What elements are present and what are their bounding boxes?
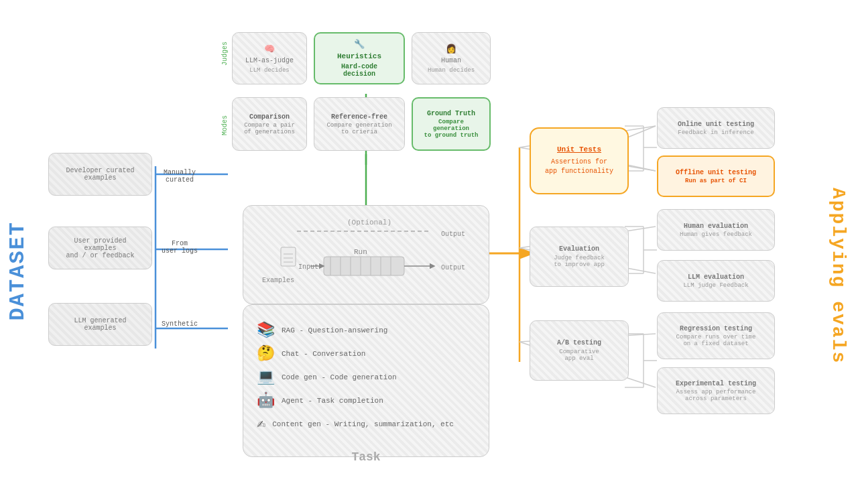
manually-curated-label: Manuallycurated [160, 169, 200, 184]
evaluation-box: Evaluation Judge feedbackto improve app [530, 227, 629, 287]
task-item-chat: 🤔 Chat - Conversation [257, 344, 475, 363]
task-box: 📚 RAG - Question-answering 🤔 Chat - Conv… [243, 304, 489, 457]
applying-evals-label: Applying evals [828, 188, 849, 364]
synthetic-label: Synthetic [160, 320, 200, 328]
from-user-logs-label: Fromuser logs [160, 240, 200, 255]
experimental-testing-box: Experimental testing Assess app performa… [657, 367, 775, 414]
judge-box-llm: 🧠 LLM-as-judge LLM decides [232, 32, 307, 84]
regression-testing-box: Regression testing Compare runs over tim… [657, 312, 775, 359]
svg-rect-45 [281, 247, 296, 266]
svg-text:Input: Input [298, 263, 318, 271]
run-box-svg: (Optional) Output Run Input Output Examp… [243, 206, 489, 304]
offline-unit-testing-box: Offline unit testing Run as part of CI [657, 155, 775, 197]
mode-box-ground-truth: Ground Truth Compare generationto ground… [412, 97, 491, 151]
judges-label: Judges [221, 42, 229, 66]
svg-text:Output: Output [441, 231, 465, 238]
diagram-container: DATASET Applying evals Developer curated… [0, 0, 854, 504]
task-item-rag: 📚 RAG - Question-answering [257, 321, 475, 339]
llm-evaluation-box: LLM evaluation LLM judge Feedback [657, 260, 775, 302]
modes-label: Modes [221, 115, 229, 135]
svg-text:Output: Output [441, 264, 465, 271]
judge-box-heuristics: 🔧 Heuristics Hard-code decision [314, 32, 405, 84]
ab-testing-box: A/B testing Comparativeapp eval [530, 320, 629, 381]
mode-box-reference-free: Reference-free Compare generationto crie… [314, 97, 405, 151]
judge-box-human: 👩 Human Human decides [412, 32, 491, 84]
dataset-box-llm: LLM generated examples [48, 303, 152, 346]
unit-tests-subtitle: Assertions forapp functionality [545, 158, 613, 176]
task-item-contentgen: ✍️ Content gen - Writing, summarization,… [257, 415, 475, 433]
svg-rect-32 [324, 257, 404, 275]
svg-text:Run: Run [354, 248, 367, 256]
unit-tests-title: Unit Tests [557, 145, 601, 153]
dataset-label: DATASET [5, 221, 30, 320]
svg-text:(Optional): (Optional) [347, 218, 391, 227]
human-evaluation-box: Human evaluation Human gives feedback [657, 209, 775, 251]
task-item-codegen: 💻 Code gen - Code generation [257, 368, 475, 386]
run-box: (Optional) Output Run Input Output Examp… [243, 205, 489, 304]
dataset-box-user: User provided examples and / or feedback [48, 227, 152, 269]
online-unit-testing-box: Online unit testing Feedback in inferenc… [657, 107, 775, 149]
svg-text:Examples: Examples [262, 277, 294, 284]
dataset-box-developer: Developer curated examples [48, 153, 152, 196]
mode-box-comparison: Comparison Compare a pairof generations [232, 97, 307, 151]
task-item-agent: 🤖 Agent - Task completion [257, 391, 475, 410]
unit-tests-box: Unit Tests Assertions forapp functionali… [530, 127, 629, 194]
task-title: Task [243, 450, 489, 464]
